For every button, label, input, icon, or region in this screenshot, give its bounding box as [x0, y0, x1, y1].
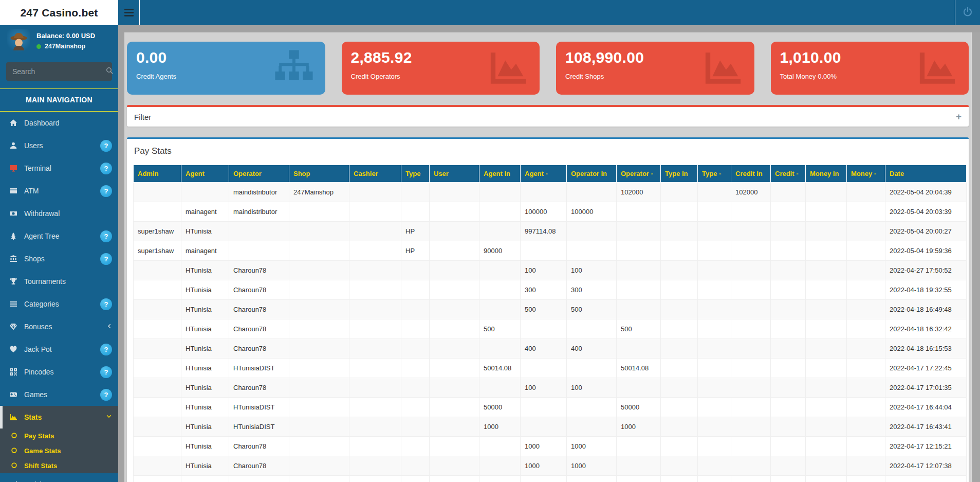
sidebar-item-withdrawal[interactable]: Withdrawal [0, 202, 118, 225]
cell-credit-in [731, 280, 771, 300]
help-badge[interactable]: ? [100, 389, 112, 401]
sidebar-toggle-button[interactable] [118, 0, 140, 25]
cell-money-minus [847, 339, 885, 359]
sidebar-item-stats[interactable]: Stats [0, 406, 118, 429]
cell-operator-in: 1000 [567, 456, 617, 476]
logout-button[interactable] [955, 0, 980, 25]
cell-money-in [806, 241, 847, 261]
cell-agent-minus [521, 319, 567, 339]
filter-panel-header[interactable]: Filter + [127, 105, 969, 127]
column-header-operator-minus[interactable]: Operator - [617, 165, 661, 183]
column-header-cashier[interactable]: Cashier [349, 165, 401, 183]
column-header-credit-in[interactable]: Credit In [731, 165, 771, 183]
cell-operator-in: 400 [567, 339, 617, 359]
cell-operator: maindistributor [229, 183, 289, 202]
cell-type [401, 359, 430, 378]
column-header-type-minus[interactable]: Type - [698, 165, 731, 183]
cell-cashier [349, 398, 401, 417]
cell-shop [289, 202, 349, 222]
cell-user [430, 222, 479, 241]
left-scroll-gutter[interactable] [118, 32, 124, 482]
column-header-money-in[interactable]: Money In [806, 165, 847, 183]
help-badge[interactable]: ? [100, 366, 112, 378]
cell-admin [134, 417, 181, 437]
cell-money-minus [847, 378, 885, 398]
stat-card-credit-agents: 0.00Credit Agents [127, 42, 325, 95]
sidebar-item-games[interactable]: Games? [0, 383, 118, 406]
sidebar-item-bonuses[interactable]: Bonuses [0, 315, 118, 338]
vertical-scrollbar[interactable] [971, 32, 980, 482]
help-badge[interactable]: ? [100, 163, 112, 174]
help-badge[interactable]: ? [100, 140, 112, 152]
expand-icon[interactable]: + [956, 111, 961, 122]
column-header-admin[interactable]: Admin [134, 165, 181, 183]
help-badge[interactable]: ? [100, 185, 112, 197]
column-header-money-minus[interactable]: Money - [847, 165, 885, 183]
sidebar-item-activity-log[interactable]: Activity Log [0, 473, 118, 482]
help-badge[interactable]: ? [100, 230, 112, 242]
cell-admin [134, 280, 181, 300]
circle-icon [11, 462, 19, 470]
cell-operator-minus [617, 202, 661, 222]
cell-operator-in: 100 [567, 378, 617, 398]
help-badge[interactable]: ? [100, 344, 112, 355]
column-header-shop[interactable]: Shop [289, 165, 349, 183]
sidebar-item-agent-tree[interactable]: Agent Tree? [0, 225, 118, 247]
sidebar-item-tournaments[interactable]: Tournaments [0, 270, 118, 293]
cell-operator-in: 500 [567, 300, 617, 319]
cell-operator-in: 1000 [567, 437, 617, 456]
column-header-operator[interactable]: Operator [229, 165, 289, 183]
sidebar-item-jack-pot[interactable]: Jack Pot? [0, 338, 118, 361]
column-header-agent-in[interactable]: Agent In [479, 165, 521, 183]
cell-credit-minus [771, 437, 806, 456]
search-input[interactable] [12, 67, 105, 76]
area-chart-icon [488, 49, 528, 89]
help-badge[interactable]: ? [100, 298, 112, 310]
sidebar-item-users[interactable]: Users? [0, 134, 118, 157]
sidebar-item-atm[interactable]: ATM? [0, 180, 118, 202]
horizontal-scroll-gutter[interactable] [118, 25, 980, 32]
sidebar-item-label: Dashboard [24, 119, 60, 127]
submenu-item-shift-stats[interactable]: Shift Stats [0, 458, 118, 473]
cell-operator-minus [617, 241, 661, 261]
cell-agent-in: 1000 [479, 476, 521, 482]
cell-operator: HTunisiaDIST [229, 359, 289, 378]
avatar [7, 29, 30, 52]
pay-stats-title: Pay Stats [134, 146, 967, 156]
cell-type-minus [698, 456, 731, 476]
sidebar-item-terminal[interactable]: Terminal? [0, 157, 118, 180]
submenu-item-game-stats[interactable]: Game Stats [0, 443, 118, 458]
cell-operator-in [567, 476, 617, 482]
cell-credit-in [731, 476, 771, 482]
cell-date: 2022-05-04 19:59:36 [885, 241, 967, 261]
column-header-agent-minus[interactable]: Agent - [521, 165, 567, 183]
column-header-date[interactable]: Date [885, 165, 967, 183]
cell-money-in [806, 339, 847, 359]
cell-operator-minus [617, 378, 661, 398]
cell-date: 2022-04-17 12:07:38 [885, 456, 967, 476]
cell-operator-in [567, 222, 617, 241]
cell-operator-in [567, 241, 617, 261]
app-logo[interactable]: 247 Casino.bet [0, 0, 118, 25]
table-row: HTunisiaCharoun78100010002022-04-17 12:1… [134, 437, 967, 456]
column-header-operator-in[interactable]: Operator In [567, 165, 617, 183]
sidebar-item-categories[interactable]: Categories? [0, 293, 118, 315]
column-header-type[interactable]: Type [401, 165, 430, 183]
column-header-credit-minus[interactable]: Credit - [771, 165, 806, 183]
search-icon[interactable] [105, 66, 114, 77]
table-row: HTunisiaCharoun781001002022-04-17 17:01:… [134, 378, 967, 398]
cell-operator: Charoun78 [229, 378, 289, 398]
sidebar-item-shops[interactable]: Shops? [0, 247, 118, 270]
sidebar-item-pincodes[interactable]: Pincodes? [0, 361, 118, 383]
table-row: HTunisiaCharoun78100010002022-04-17 10:5… [134, 476, 967, 482]
column-header-agent[interactable]: Agent [181, 165, 229, 183]
sidebar-item-dashboard[interactable]: Dashboard [0, 112, 118, 134]
submenu-item-pay-stats[interactable]: Pay Stats [0, 429, 118, 443]
column-header-type-in[interactable]: Type In [661, 165, 698, 183]
column-header-user[interactable]: User [430, 165, 479, 183]
cell-operator-minus [617, 261, 661, 280]
help-badge[interactable]: ? [100, 253, 112, 265]
cell-type-in [661, 261, 698, 280]
cell-date: 2022-04-18 16:49:48 [885, 300, 967, 319]
cell-credit-minus [771, 241, 806, 261]
